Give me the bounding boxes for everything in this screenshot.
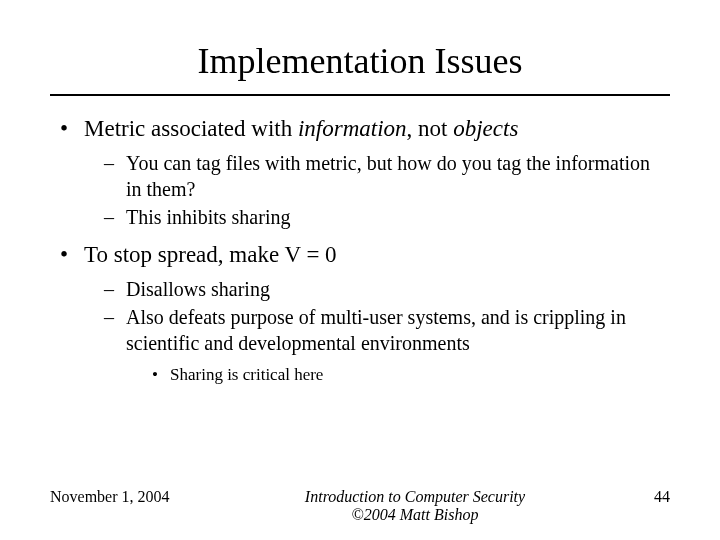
sub-bullet-1-2: This inhibits sharing	[104, 204, 670, 230]
sub-sub-bullet-1: Sharing is critical here	[152, 364, 670, 386]
bullet-2-text: To stop spread, make V = 0	[84, 242, 337, 267]
bullet-item-2: To stop spread, make V = 0 Disallows sha…	[60, 240, 670, 386]
footer-page-number: 44	[630, 488, 670, 506]
bullet-item-1: Metric associated with information, not …	[60, 114, 670, 230]
bullet-list-level2-a: You can tag files with metric, but how d…	[104, 150, 670, 230]
bullet-1-italic-2: objects	[453, 116, 518, 141]
sub-bullet-2-2: Also defeats purpose of multi-user syste…	[104, 304, 670, 386]
slide-title: Implementation Issues	[50, 40, 670, 82]
bullet-list-level1: Metric associated with information, not …	[60, 114, 670, 386]
footer-center-line2: ©2004 Matt Bishop	[200, 506, 630, 524]
bullet-1-text-prefix: Metric associated with	[84, 116, 298, 141]
bullet-1-italic-1: information	[298, 116, 407, 141]
bullet-1-text-mid: , not	[407, 116, 454, 141]
slide-content: Metric associated with information, not …	[50, 114, 670, 386]
sub-bullet-1-1: You can tag files with metric, but how d…	[104, 150, 670, 202]
bullet-list-level3: Sharing is critical here	[152, 364, 670, 386]
bullet-list-level2-b: Disallows sharing Also defeats purpose o…	[104, 276, 670, 386]
sub-bullet-2-1: Disallows sharing	[104, 276, 670, 302]
slide-footer: November 1, 2004 Introduction to Compute…	[50, 488, 670, 524]
sub-bullet-2-2-text: Also defeats purpose of multi-user syste…	[126, 306, 626, 354]
footer-date: November 1, 2004	[50, 488, 200, 506]
title-separator	[50, 94, 670, 96]
footer-center-line1: Introduction to Computer Security	[200, 488, 630, 506]
footer-center: Introduction to Computer Security ©2004 …	[200, 488, 630, 524]
